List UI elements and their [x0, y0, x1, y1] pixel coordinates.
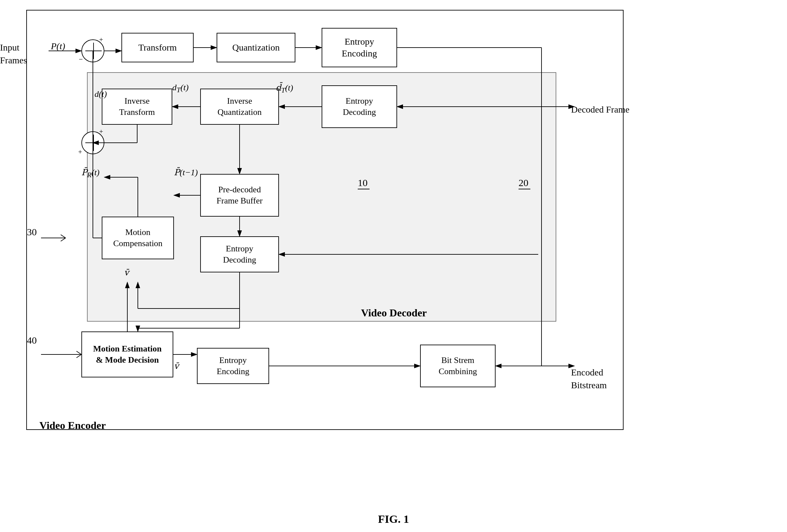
ref-20-underline: [518, 189, 530, 189]
v-bar-bot-label: v̄: [174, 361, 179, 371]
fig-caption: FIG. 1: [378, 513, 409, 526]
transform-block: Transform: [122, 33, 194, 62]
ref-20: 20: [518, 177, 528, 188]
plus-mid1: +: [99, 127, 103, 136]
bit-stream-combining-block: Bit StremCombining: [420, 345, 495, 387]
ref-10-underline: [358, 189, 369, 189]
encoded-bitstream-label: EncodedBitstream: [571, 366, 607, 391]
entropy-decoding-top-block: EntropyDecoding: [322, 85, 397, 128]
plus-top: +: [99, 36, 103, 44]
video-decoder-label: Video Decoder: [361, 307, 427, 319]
dTt-bar-label: d̄T(t): [276, 83, 293, 94]
v-bar-top-label: v̄: [124, 268, 129, 278]
entropy-encoding-top-block: EntropyEncoding: [322, 28, 397, 67]
ref-10: 10: [358, 177, 367, 188]
entropy-encoding-bot-block: EntropyEncoding: [197, 348, 269, 384]
dTt-label: dT(t): [172, 83, 189, 94]
plus-mid2: +: [78, 148, 82, 156]
page-container: Video Encoder Video Decoder 10 20 30 40 …: [0, 0, 787, 532]
pt-label: P(t): [51, 41, 65, 51]
ref-30: 30: [27, 227, 37, 238]
inverse-quantization-block: InverseQuantization: [200, 89, 279, 125]
Pt1-bar-label: P̄(t−1): [174, 167, 198, 177]
dt-label: d(t): [94, 89, 107, 99]
motion-estimation-block: Motion Estimation& Mode Decision: [81, 332, 173, 378]
entropy-decoding-mid-block: EntropyDecoding: [200, 236, 279, 272]
pre-decoded-frame-buffer-block: Pre-decodedFrame Buffer: [200, 174, 279, 217]
PR-bar-label: P̄R(t): [81, 167, 100, 179]
video-encoder-label: Video Encoder: [39, 420, 106, 431]
ref-40: 40: [27, 335, 37, 346]
inverse-transform-block: InverseTransform: [102, 89, 172, 125]
quantization-block: Quantization: [217, 33, 295, 62]
input-frames-label: InputFrames: [0, 41, 27, 67]
decoded-frame-label: Decoded Frame: [571, 104, 630, 115]
minus-top: −: [79, 55, 83, 64]
motion-compensation-block: MotionCompensation: [102, 217, 174, 259]
